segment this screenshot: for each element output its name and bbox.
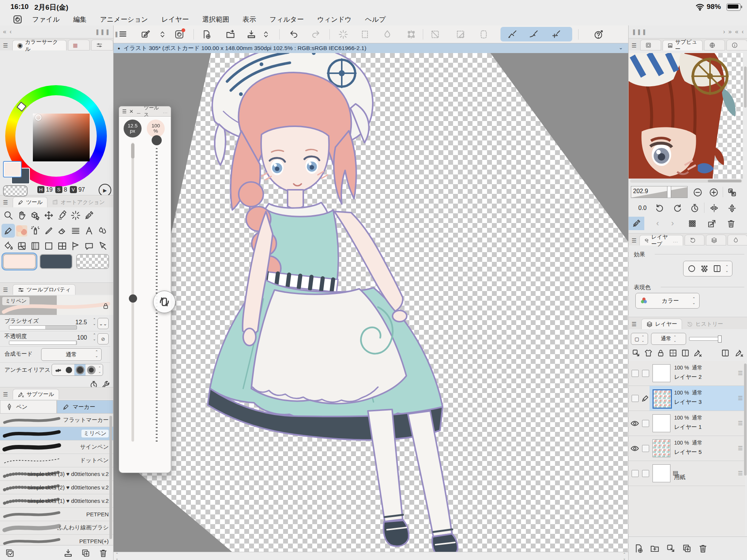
eraser-tool[interactable]	[55, 224, 69, 238]
brush-size-slider[interactable]	[9, 325, 77, 329]
tab-tool-property[interactable]: ツールプロパティ	[13, 284, 75, 295]
main-color-large-swatch[interactable]	[3, 254, 36, 269]
main-menu-button[interactable]	[117, 28, 130, 40]
marker-tool-selected[interactable]	[1, 224, 15, 238]
flip-vertical-icon[interactable]	[727, 203, 737, 213]
duplicate-plus-icon[interactable]	[81, 548, 90, 558]
fill-selection-button[interactable]	[381, 28, 394, 40]
clear-selection-button[interactable]	[429, 28, 441, 40]
fit-screen-icon[interactable]	[727, 188, 737, 197]
canvas-viewport[interactable]	[113, 53, 628, 552]
tab-color-set[interactable]: ▦	[68, 40, 90, 50]
panel-menu-icon[interactable]: ☰	[632, 237, 637, 244]
transparent-color-swatch[interactable]	[3, 185, 28, 197]
decoration-tool[interactable]	[15, 224, 28, 238]
tone-effect-icon[interactable]	[700, 264, 709, 273]
unlock-icon[interactable]	[102, 302, 109, 310]
transfer-layer-icon[interactable]	[666, 544, 676, 553]
tab-tool[interactable]: ツール	[13, 197, 47, 207]
brush-list-item[interactable]: PETPEN(+)	[0, 535, 113, 545]
menu-item[interactable]: ファイル	[32, 16, 60, 23]
main-color-swatch[interactable]	[3, 161, 22, 177]
delete-layer-icon[interactable]	[698, 544, 708, 553]
operate-tool[interactable]	[28, 208, 42, 222]
fill-tool[interactable]	[1, 239, 15, 253]
redo-button[interactable]	[309, 28, 322, 40]
move-tool[interactable]	[42, 208, 55, 222]
balloon-tool[interactable]	[82, 239, 96, 253]
brush-list-item[interactable]: ミリペン	[0, 427, 113, 440]
tab-layer-stack[interactable]	[706, 235, 726, 245]
lock-icon[interactable]	[656, 349, 665, 358]
layer-row-handle[interactable]: ☰	[738, 420, 743, 427]
new-folder-icon[interactable]	[650, 544, 660, 553]
prev-image-icon[interactable]: ‹	[656, 219, 659, 228]
new-canvas-button[interactable]	[200, 28, 213, 40]
panel-drag-handle[interactable]: ❚❚❚	[632, 28, 647, 35]
subview-zoom-slider[interactable]: 202.9	[631, 186, 688, 198]
collapse-panel-icon[interactable]: « ‹	[3, 28, 12, 35]
duplicate-layer-icon[interactable]	[682, 544, 692, 553]
new-layer-icon[interactable]	[634, 544, 644, 553]
layer-row-handle[interactable]: ☰	[738, 370, 743, 377]
brush-list-item[interactable]: simple dots (2) ♥ d0ttie!tones v.2	[0, 481, 113, 494]
expression-color-select[interactable]: カラー ⌃⌄	[635, 293, 700, 309]
open-file-button[interactable]	[224, 28, 237, 40]
vector-flag-tool[interactable]	[69, 239, 82, 253]
opacity-stepper[interactable]: ⌃⌄	[93, 333, 96, 341]
menu-item[interactable]: 表示	[242, 16, 256, 23]
menu-item[interactable]: アニメーション	[100, 16, 148, 23]
layer-row[interactable]: ▤ 用紙 ☰	[629, 461, 745, 486]
layer-visibility-box[interactable]	[632, 395, 639, 402]
zoom-out-icon[interactable]	[693, 188, 703, 197]
layer-thumbnail[interactable]: ▤	[653, 464, 670, 482]
help-button[interactable]	[592, 28, 605, 40]
tab-color-slider[interactable]	[91, 40, 113, 50]
deselect-button[interactable]	[337, 28, 350, 40]
gradient-tool[interactable]	[28, 239, 42, 253]
reset-rotation-icon[interactable]	[690, 203, 700, 213]
panel-layout-tool[interactable]	[55, 239, 69, 253]
panel-menu-icon[interactable]: ☰	[632, 321, 639, 328]
brush-size-stepper[interactable]: ⌃⌄	[93, 318, 96, 326]
sub-color-large-swatch[interactable]	[40, 254, 72, 269]
brush-list-item[interactable]: simple dots (1) ♥ d0ttie!tones v.2	[0, 494, 113, 508]
file-expand-button[interactable]	[260, 28, 272, 40]
selection-pen-tool[interactable]	[55, 208, 69, 222]
frame-border-tool[interactable]	[15, 239, 28, 253]
layer-row[interactable]: 100 % 通常 レイヤー 2 ☰	[629, 361, 745, 386]
tool-slider-header[interactable]: ☰ ✕ ＿ ツールス…	[119, 106, 171, 117]
color-history-button[interactable]: ▶	[99, 184, 111, 197]
panel-menu-icon[interactable]: ☰	[632, 42, 638, 49]
antialias-weak[interactable]	[63, 364, 74, 375]
menu-item[interactable]: 選択範囲	[202, 16, 229, 23]
tool-slider-floating-panel[interactable]: ☰ ✕ ＿ ツールス… 12.5px 100%	[119, 106, 171, 473]
layer-check-box[interactable]	[642, 420, 649, 427]
border-effect-icon[interactable]	[687, 264, 696, 273]
zoom-tool[interactable]	[1, 208, 15, 222]
next-image-icon[interactable]: ›	[671, 219, 674, 228]
transparent-large-swatch[interactable]	[76, 254, 109, 269]
airbrush-tool[interactable]	[28, 224, 42, 238]
mask-icon[interactable]	[681, 349, 690, 358]
flip-horizontal-icon[interactable]	[709, 203, 719, 213]
tab-history[interactable]: ヒストリー	[682, 319, 728, 329]
toolbar-expand-button[interactable]	[156, 28, 169, 40]
tab-navigator[interactable]	[640, 40, 661, 50]
panel-menu-icon[interactable]: ☰	[3, 287, 10, 293]
tab-replay[interactable]	[685, 235, 704, 245]
tab-subtool[interactable]: サブツール	[13, 389, 59, 399]
rotate-canvas-button[interactable]	[153, 291, 176, 313]
tab-layer-property[interactable]: レイヤープ…	[639, 235, 683, 245]
layer-row[interactable]: 100 % 通常 レイヤー 3 ☰	[629, 386, 745, 411]
figure-tool[interactable]	[42, 239, 55, 253]
layer-check-box[interactable]	[642, 445, 649, 452]
tab-marker-group[interactable]: マーカー	[57, 400, 114, 414]
layer-opacity-slider[interactable]	[689, 337, 721, 341]
transform-button[interactable]	[405, 28, 418, 40]
opacity-slider[interactable]	[9, 341, 77, 345]
subview-horizontal-scrollbar[interactable]	[630, 179, 742, 183]
layer-thumbnail[interactable]	[653, 389, 672, 409]
select-again-button[interactable]	[359, 28, 371, 40]
sv-cursor[interactable]	[35, 114, 41, 121]
